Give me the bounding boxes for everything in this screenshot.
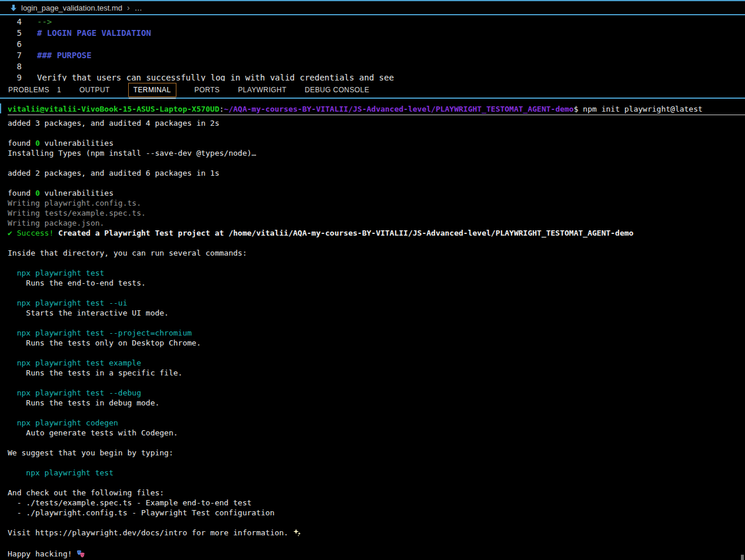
terminal-text: npx playwright test --debug <box>8 388 141 397</box>
terminal-line: found 0 vulnerabilities <box>8 138 745 148</box>
terminal-text: Writing package.json. <box>8 219 104 227</box>
terminal-line: Auto generate tests with Codegen. <box>8 428 745 438</box>
breadcrumb-ellipsis[interactable]: … <box>135 4 142 12</box>
terminal-text: Runs the end-to-end tests. <box>8 279 146 287</box>
terminal-text: found <box>8 139 35 147</box>
terminal-text: npx playwright test <box>8 468 113 477</box>
terminal-line <box>8 348 745 358</box>
line-number: 6 <box>0 39 22 50</box>
editor-line: 6 <box>0 39 745 50</box>
terminal-scrollbar[interactable] <box>741 555 744 560</box>
terminal-text: Runs the tests only on Desktop Chrome. <box>8 338 201 347</box>
terminal-text: npx playwright test --project=chromium <box>8 328 192 337</box>
editor-line: 7### PURPOSE <box>0 50 745 61</box>
terminal-line: Runs the tests only on Desktop Chrome. <box>8 338 745 348</box>
terminal-text: Inside that directory, you can run sever… <box>8 249 247 257</box>
terminal-line: Writing playwright.config.ts. <box>8 198 745 208</box>
tab-debug-console[interactable]: DEBUG CONSOLE <box>305 83 369 97</box>
terminal-line <box>8 128 745 138</box>
tab-playwright[interactable]: PLAYWRIGHT <box>238 83 286 97</box>
terminal-text: - ./playwright.config.ts - Playwright Te… <box>8 508 275 517</box>
editor-line-text: ### PURPOSE <box>37 50 92 61</box>
terminal-line <box>8 408 745 418</box>
terminal-line <box>8 478 745 488</box>
terminal-text: Runs the tests in a specific file. <box>8 368 182 377</box>
terminal-line: npx playwright test --project=chromium <box>8 328 745 338</box>
line-number: 8 <box>0 61 22 72</box>
tab-label: OUTPUT <box>79 86 110 94</box>
terminal-line: npx playwright test example <box>8 358 745 368</box>
terminal-line: added 3 packages, and audited 4 packages… <box>8 118 745 128</box>
terminal-line <box>8 518 745 528</box>
terminal-line: npx playwright codegen <box>8 418 745 428</box>
terminal-line: npx playwright test --debug <box>8 388 745 398</box>
tab-ports[interactable]: PORTS <box>195 83 220 97</box>
terminal-text: npx playwright test example <box>8 358 141 367</box>
sparkles-icon <box>293 528 301 539</box>
terminal-line: We suggest that you begin by typing: <box>8 448 745 458</box>
terminal-text: npx playwright test --ui <box>8 299 128 307</box>
terminal-line <box>8 258 745 268</box>
editor-line: 4--> <box>0 16 745 28</box>
terminal-line <box>8 539 745 549</box>
prompt-cwd: ~/AQA-my-courses-BY-VITALII/JS-Advanced-… <box>224 105 574 113</box>
terminal-line <box>8 458 745 468</box>
terminal-text: Auto generate tests with Codegen. <box>8 428 178 437</box>
terminal-line: npx playwright test <box>8 268 745 278</box>
prompt-user-host: vitalii@vitalii-VivoBook-15-ASUS-Laptop-… <box>8 105 219 113</box>
terminal-text: 0 <box>35 189 40 197</box>
terminal-line: npx playwright test <box>8 468 745 478</box>
terminal-line: Runs the tests in a specific file. <box>8 368 745 378</box>
editor-line-text: # LOGIN PAGE VALIDATION <box>37 28 151 39</box>
terminal-line: Runs the end-to-end tests. <box>8 278 745 288</box>
editor-line: 9Verify that users can successfully log … <box>0 72 745 81</box>
tab-problems[interactable]: PROBLEMS1 <box>8 83 61 97</box>
terminal-line: found 0 vulnerabilities <box>8 188 745 198</box>
terminal-text: found <box>8 189 35 197</box>
line-number: 4 <box>0 16 22 28</box>
terminal-text: - ./tests/example.spec.ts - Example end-… <box>8 498 252 507</box>
terminal-text: And check out the following files: <box>8 488 164 497</box>
terminal-line: - ./playwright.config.ts - Playwright Te… <box>8 508 745 518</box>
playwright-docs-link[interactable]: https://playwright.dev/docs/intro <box>35 528 187 537</box>
terminal-line: Writing package.json. <box>8 218 745 228</box>
breadcrumb[interactable]: login_page_validation.test.md › … <box>0 1 745 15</box>
editor-line: 8 <box>0 61 745 72</box>
markdown-file-icon <box>10 4 17 12</box>
terminal-line: Inside that directory, you can run sever… <box>8 248 745 258</box>
editor[interactable]: 4-->5# LOGIN PAGE VALIDATION67### PURPOS… <box>0 16 745 81</box>
terminal-line: vitalii@vitalii-VivoBook-15-ASUS-Laptop-… <box>8 104 745 115</box>
terminal-text: Installing Types (npm install --save-dev… <box>8 149 256 157</box>
terminal-line <box>8 378 745 388</box>
tab-label: PLAYWRIGHT <box>238 86 286 94</box>
terminal-text: Created a Playwright Test project at /ho… <box>58 229 633 237</box>
tab-label: PORTS <box>195 86 220 94</box>
terminal-line <box>8 178 745 188</box>
terminal-line: And check out the following files: <box>8 488 745 498</box>
tab-label: DEBUG CONSOLE <box>305 86 369 94</box>
terminal-text: 0 <box>35 139 40 147</box>
tab-label: TERMINAL <box>133 86 171 94</box>
terminal-line <box>8 158 745 168</box>
terminal-text: Writing playwright.config.ts. <box>8 199 141 207</box>
command-decoration-icon <box>1 556 6 560</box>
breadcrumb-file-name[interactable]: login_page_validation.test.md <box>21 4 122 12</box>
editor-line: 5# LOGIN PAGE VALIDATION <box>0 28 745 39</box>
terminal[interactable]: vitalii@vitalii-VivoBook-15-ASUS-Laptop-… <box>0 100 745 560</box>
editor-line-text: --> <box>37 16 52 28</box>
terminal-text: Runs the tests in debug mode. <box>8 398 159 407</box>
tab-output[interactable]: OUTPUT <box>79 83 110 97</box>
terminal-line: npx playwright test --ui <box>8 298 745 308</box>
terminal-line: Installing Types (npm install --save-dev… <box>8 148 745 158</box>
terminal-line: ✔ Success! Created a Playwright Test pro… <box>8 228 745 238</box>
terminal-line: Visit https://playwright.dev/docs/intro … <box>8 528 745 539</box>
terminal-text: Starts the interactive UI mode. <box>8 308 169 317</box>
command-text: npm init playwright@latest <box>583 105 703 113</box>
tab-terminal[interactable]: TERMINAL <box>128 83 176 97</box>
chevron-right-icon: › <box>127 3 130 12</box>
terminal-text: npx playwright test <box>8 269 104 277</box>
terminal-text: Happy hacking! <box>8 549 76 558</box>
terminal-text: added 2 packages, and audited 6 packages… <box>8 169 219 177</box>
terminal-line <box>8 288 745 298</box>
terminal-text: vulnerabilities <box>40 189 113 197</box>
